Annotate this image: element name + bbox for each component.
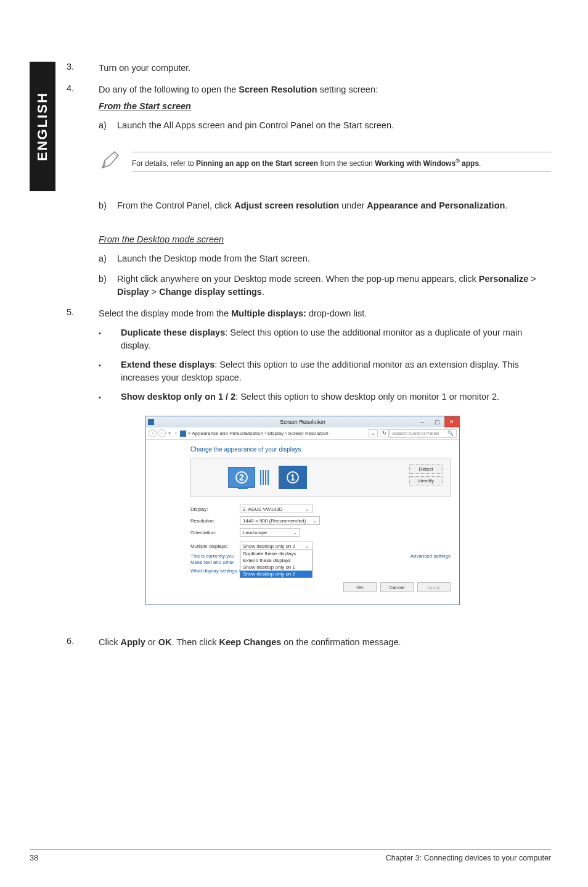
language-tab: ENGLISH [30, 62, 55, 191]
step-4a: a) Launch the All Apps screen and pin Co… [99, 119, 551, 132]
bold-text: Show desktop only on 1 / 2 [121, 392, 235, 402]
monitor-1[interactable]: 1 [279, 466, 307, 489]
make-text-link[interactable]: Make text and other [190, 559, 234, 565]
display-arrangement-area[interactable]: 2 1 Detect Identify [190, 458, 451, 497]
back-arrow-icon[interactable]: ‹ [149, 429, 157, 437]
dropdown-option[interactable]: Extend these displays [240, 557, 312, 564]
bullet-show-only: • Show desktop only on 1 / 2: Select thi… [99, 390, 551, 403]
step-5: 5. Select the display mode from the Mult… [67, 307, 551, 403]
nav-toolbar: ‹ › ▾ ↑ « Appearance and Personalization… [146, 427, 459, 440]
identify-button[interactable]: Identify [409, 476, 443, 485]
bold-text: apps [460, 159, 479, 168]
bold-text: Duplicate these displays [121, 328, 225, 337]
alpha-text: Launch the All Apps screen and pin Contr… [117, 119, 551, 132]
step-4-intro: Do any of the following to open the Scre… [99, 83, 551, 96]
select-value: 1440 × 900 (Recommended) [243, 518, 306, 524]
bold-text: Apply [120, 637, 145, 647]
monitor-number: 2 [235, 471, 248, 484]
pencil-icon [99, 149, 125, 173]
step-4: 4. Do any of the following to open the S… [67, 83, 551, 132]
bold-text: Extend these displays [121, 360, 214, 369]
alpha-marker: b) [99, 273, 117, 299]
multidisplay-select[interactable]: Show desktop only on 2⌄ [240, 542, 312, 550]
step-5-intro: Select the display mode from the Multipl… [99, 307, 551, 320]
bold-text: Working with Windows [375, 159, 455, 168]
step-number: 6. [67, 636, 99, 649]
close-button[interactable]: ✕ [444, 416, 459, 427]
text: setting screen: [317, 85, 378, 94]
breadcrumb[interactable]: « Appearance and Personalization › Displ… [188, 431, 367, 436]
text: on the confirmation message. [281, 637, 401, 647]
cancel-button[interactable]: Cancel [380, 582, 414, 592]
text: Click [99, 637, 120, 647]
multidisplay-dropdown: Duplicate these displays Extend these di… [240, 550, 312, 578]
window-title: Screen Resolution [280, 419, 325, 425]
text: Select the display mode from the [99, 308, 231, 318]
dropdown-option[interactable]: Duplicate these displays [240, 550, 312, 557]
multidisplay-label: Multiple displays: [190, 543, 240, 549]
detect-button[interactable]: Detect [409, 464, 443, 474]
chevron-down-icon: ⌄ [293, 530, 297, 535]
path-dropdown[interactable]: ⌄ [369, 429, 378, 437]
step-4b-wrap: b) From the Control Panel, click Adjust … [67, 194, 551, 299]
bullet-extend: • Extend these displays: Select this opt… [99, 358, 551, 384]
step-number: 4. [67, 83, 99, 132]
bold-text: Pinning an app on the Start screen [196, 159, 318, 168]
alpha-text: Right click anywhere on your Desktop mod… [117, 273, 551, 299]
search-input[interactable]: Search Control Panel 🔍 [389, 429, 457, 438]
monitor-number: 1 [287, 471, 299, 484]
alpha-marker: a) [99, 252, 117, 265]
dropdown-option[interactable]: Show desktop only on 1 [240, 564, 312, 571]
advanced-settings-link[interactable]: Advanced settings [410, 553, 451, 559]
bold-text: Multiple displays: [231, 308, 306, 318]
text: For details, refer to [132, 159, 196, 168]
select-value: Landscape [243, 530, 267, 535]
text: . [262, 287, 264, 297]
apply-button[interactable]: Apply [417, 582, 451, 592]
placeholder-text: Search Control Panel [392, 431, 439, 436]
step-number: 5. [67, 307, 99, 403]
forward-arrow-icon[interactable]: › [158, 429, 166, 437]
main-display-text: This is currently you [190, 553, 234, 559]
monitor-2[interactable]: 2 [228, 467, 255, 488]
dropdown-option-selected[interactable]: Show desktop only on 2 [240, 571, 312, 577]
maximize-button[interactable]: ▢ [430, 416, 444, 427]
text: From the Control Panel, click [117, 200, 234, 210]
panel-heading: Change the appearance of your displays [190, 446, 451, 453]
rule [132, 152, 551, 152]
history-dropdown-icon[interactable]: ▾ [168, 431, 171, 436]
bold-text: Display [117, 287, 149, 297]
text: from the section [318, 159, 375, 168]
text: > [528, 274, 536, 284]
select-value: Show desktop only on 2 [243, 543, 295, 549]
step-text: Turn on your computer. [99, 62, 551, 75]
text: Do any of the following to open the [99, 85, 239, 94]
text: . [479, 159, 481, 168]
display-select[interactable]: 2. ASUS VW193D⌄ [240, 505, 312, 513]
orientation-label: Orientation: [190, 530, 240, 535]
chevron-down-icon: ⌄ [312, 518, 317, 524]
resolution-select[interactable]: 1440 × 900 (Recommended)⌄ [240, 516, 320, 525]
text: . Then click [171, 637, 219, 647]
app-icon [148, 419, 154, 425]
superscript: ® [455, 158, 460, 164]
refresh-icon[interactable]: ↻ [380, 429, 389, 437]
rule [132, 171, 551, 172]
step-4-desk-b: b) Right click anywhere on your Desktop … [99, 273, 551, 299]
ok-button[interactable]: OK [343, 582, 377, 592]
alpha-marker: a) [99, 119, 117, 132]
resolution-label: Resolution: [190, 518, 240, 524]
search-icon: 🔍 [447, 431, 454, 436]
control-panel-icon [180, 431, 186, 437]
orientation-select[interactable]: Landscape⌄ [240, 528, 300, 537]
from-desktop-heading: From the Desktop mode screen [99, 233, 551, 246]
bold-text: Adjust screen resolution [234, 200, 339, 210]
text: or [145, 637, 158, 647]
text: drop-down list. [306, 308, 367, 318]
chapter-label: Chapter 3: Connecting devices to your co… [386, 854, 551, 862]
up-arrow-icon[interactable]: ↑ [174, 430, 178, 437]
text: . [505, 200, 507, 210]
minimize-button[interactable]: – [415, 416, 430, 427]
orientation-stripes-icon [260, 470, 269, 485]
bullet-marker: • [99, 358, 121, 384]
